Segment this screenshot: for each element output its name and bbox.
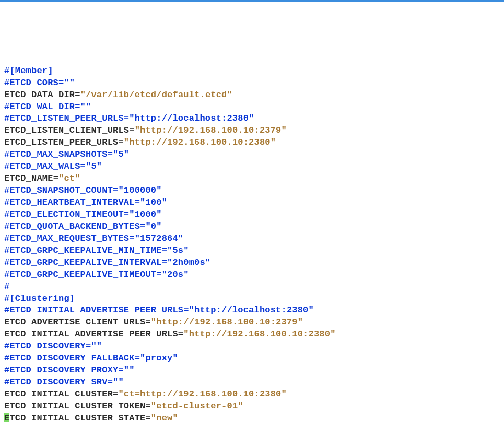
code-line: #ETCD_DISCOVERY_PROXY="" bbox=[4, 365, 500, 377]
code-line: ETCD_ADVERTISE_CLIENT_URLS="http://192.1… bbox=[4, 316, 500, 329]
code-line: #ETCD_MAX_REQUEST_BYTES="1572864" bbox=[4, 233, 500, 245]
quote-close: " bbox=[238, 401, 243, 411]
config-value: http://192.168.100.10:2380 bbox=[129, 137, 270, 147]
config-value: http://192.168.100.10:2379 bbox=[140, 125, 281, 135]
code-line: ETCD_INITIAL_CLUSTER_TOKEN="etcd-cluster… bbox=[4, 401, 500, 413]
config-key: ETCD_INITIAL_CLUSTER_TOKEN bbox=[4, 401, 145, 411]
equals-sign: = bbox=[75, 90, 80, 100]
comment-text: #[Member] bbox=[4, 66, 53, 76]
code-line: #ETCD_DISCOVERY_FALLBACK="proxy" bbox=[4, 353, 500, 365]
comment-text: #ETCD_GRPC_KEEPALIVE_TIMEOUT="20s" bbox=[4, 269, 189, 279]
top-border bbox=[0, 0, 504, 2]
code-line: #ETCD_SNAPSHOT_COUNT="100000" bbox=[4, 185, 500, 197]
quote-close: " bbox=[271, 137, 276, 147]
code-line: #ETCD_ELECTION_TIMEOUT="1000" bbox=[4, 209, 500, 221]
equals-sign: = bbox=[113, 389, 118, 399]
comment-text: #ETCD_MAX_WALS="5" bbox=[4, 161, 102, 171]
code-line: ETCD_INITIAL_CLUSTER_STATE="new" bbox=[4, 413, 500, 422]
comment-text: #[Clustering] bbox=[4, 294, 75, 303]
comment-text: #ETCD_GRPC_KEEPALIVE_MIN_TIME="5s" bbox=[4, 245, 189, 255]
quote-open: " bbox=[151, 413, 156, 422]
quote-close: " bbox=[298, 317, 303, 327]
comment-text: #ETCD_GRPC_KEEPALIVE_INTERVAL="2h0m0s" bbox=[4, 257, 210, 267]
quote-open: " bbox=[151, 401, 156, 411]
code-line: ETCD_NAME="ct" bbox=[4, 173, 500, 185]
comment-text: #ETCD_INITIAL_ADVERTISE_PEER_URLS="http:… bbox=[4, 305, 314, 315]
equals-sign: = bbox=[118, 137, 123, 147]
code-line: ETCD_LISTEN_PEER_URLS="http://192.168.10… bbox=[4, 137, 500, 149]
quote-open: " bbox=[58, 173, 64, 183]
comment-text: #ETCD_DISCOVERY_SRV="" bbox=[4, 377, 124, 387]
code-line: #ETCD_GRPC_KEEPALIVE_TIMEOUT="20s" bbox=[4, 269, 500, 281]
quote-close: " bbox=[282, 389, 287, 399]
comment-text: #ETCD_CORS="" bbox=[4, 78, 75, 88]
editor-cursor: E bbox=[4, 413, 9, 422]
config-value: new bbox=[156, 413, 172, 422]
quote-close: " bbox=[282, 125, 287, 135]
quote-close: " bbox=[330, 329, 335, 339]
code-line: #ETCD_QUOTA_BACKEND_BYTES="0" bbox=[4, 221, 500, 233]
quote-close: " bbox=[75, 173, 80, 183]
quote-close: " bbox=[227, 90, 232, 100]
config-key: ETCD_DATA_DIR bbox=[4, 90, 75, 100]
code-block: #[Member]#ETCD_CORS=""ETCD_DATA_DIR="/va… bbox=[4, 65, 500, 422]
code-line: #ETCD_DISCOVERY_SRV="" bbox=[4, 377, 500, 389]
quote-open: " bbox=[151, 317, 156, 327]
config-key: ETCD_INITIAL_ADVERTISE_PEER_URLS bbox=[4, 329, 178, 339]
comment-text: #ETCD_DISCOVERY_PROXY="" bbox=[4, 365, 135, 375]
code-line: #ETCD_CORS="" bbox=[4, 77, 500, 89]
config-key: ETCD_LISTEN_CLIENT_URLS bbox=[4, 125, 129, 135]
config-value: /var/lib/etcd/default.etcd bbox=[86, 90, 227, 100]
quote-open: " bbox=[183, 329, 189, 339]
quote-open: " bbox=[118, 389, 123, 399]
config-key: TCD_INITIAL_CLUSTER_STATE bbox=[9, 413, 145, 422]
quote-close: " bbox=[172, 413, 178, 422]
equals-sign: = bbox=[145, 413, 150, 422]
equals-sign: = bbox=[53, 173, 58, 183]
config-key: ETCD_LISTEN_PEER_URLS bbox=[4, 137, 118, 147]
code-line: #ETCD_WAL_DIR="" bbox=[4, 101, 500, 113]
code-line: ETCD_INITIAL_ADVERTISE_PEER_URLS="http:/… bbox=[4, 329, 500, 341]
equals-sign: = bbox=[129, 125, 134, 135]
config-value: http://192.168.100.10:2379 bbox=[156, 317, 297, 327]
code-line: #ETCD_MAX_SNAPSHOTS="5" bbox=[4, 149, 500, 161]
config-value: etcd-cluster-01 bbox=[156, 401, 238, 411]
quote-open: " bbox=[80, 90, 86, 100]
code-line: ETCD_DATA_DIR="/var/lib/etcd/default.etc… bbox=[4, 89, 500, 101]
config-value: http://192.168.100.10:2380 bbox=[189, 329, 330, 339]
code-line: #[Member] bbox=[4, 65, 500, 77]
comment-text: #ETCD_ELECTION_TIMEOUT="1000" bbox=[4, 209, 162, 219]
comment-text: #ETCD_LISTEN_PEER_URLS="http://localhost… bbox=[4, 113, 254, 123]
code-line: ETCD_LISTEN_CLIENT_URLS="http://192.168.… bbox=[4, 125, 500, 137]
equals-sign: = bbox=[145, 317, 150, 327]
equals-sign: = bbox=[178, 329, 183, 339]
code-line: #ETCD_DISCOVERY="" bbox=[4, 341, 500, 353]
comment-text: #ETCD_HEARTBEAT_INTERVAL="100" bbox=[4, 197, 167, 207]
code-line: #[Clustering] bbox=[4, 293, 500, 305]
equals-sign: = bbox=[145, 401, 150, 411]
comment-text: #ETCD_MAX_REQUEST_BYTES="1572864" bbox=[4, 233, 183, 243]
config-key: ETCD_INITIAL_CLUSTER bbox=[4, 389, 113, 399]
code-line: #ETCD_GRPC_KEEPALIVE_MIN_TIME="5s" bbox=[4, 245, 500, 257]
comment-text: #ETCD_WAL_DIR="" bbox=[4, 102, 91, 112]
comment-text: #ETCD_DISCOVERY_FALLBACK="proxy" bbox=[4, 353, 178, 363]
config-value: ct=http://192.168.100.10:2380 bbox=[124, 389, 282, 399]
comment-text: #ETCD_MAX_SNAPSHOTS="5" bbox=[4, 149, 129, 159]
comment-text: # bbox=[4, 282, 9, 291]
code-line: #ETCD_HEARTBEAT_INTERVAL="100" bbox=[4, 197, 500, 209]
code-line: # bbox=[4, 281, 500, 293]
comment-text: #ETCD_SNAPSHOT_COUNT="100000" bbox=[4, 185, 162, 195]
code-line: ETCD_INITIAL_CLUSTER="ct=http://192.168.… bbox=[4, 389, 500, 401]
config-key: ETCD_NAME bbox=[4, 173, 53, 183]
quote-open: " bbox=[124, 137, 129, 147]
comment-text: #ETCD_DISCOVERY="" bbox=[4, 341, 102, 351]
comment-text: #ETCD_QUOTA_BACKEND_BYTES="0" bbox=[4, 221, 162, 231]
code-line: #ETCD_LISTEN_PEER_URLS="http://localhost… bbox=[4, 113, 500, 125]
code-line: #ETCD_MAX_WALS="5" bbox=[4, 161, 500, 173]
quote-open: " bbox=[135, 125, 140, 135]
code-line: #ETCD_GRPC_KEEPALIVE_INTERVAL="2h0m0s" bbox=[4, 257, 500, 269]
config-key: ETCD_ADVERTISE_CLIENT_URLS bbox=[4, 317, 145, 327]
code-line: #ETCD_INITIAL_ADVERTISE_PEER_URLS="http:… bbox=[4, 304, 500, 316]
config-value: ct bbox=[64, 173, 75, 183]
